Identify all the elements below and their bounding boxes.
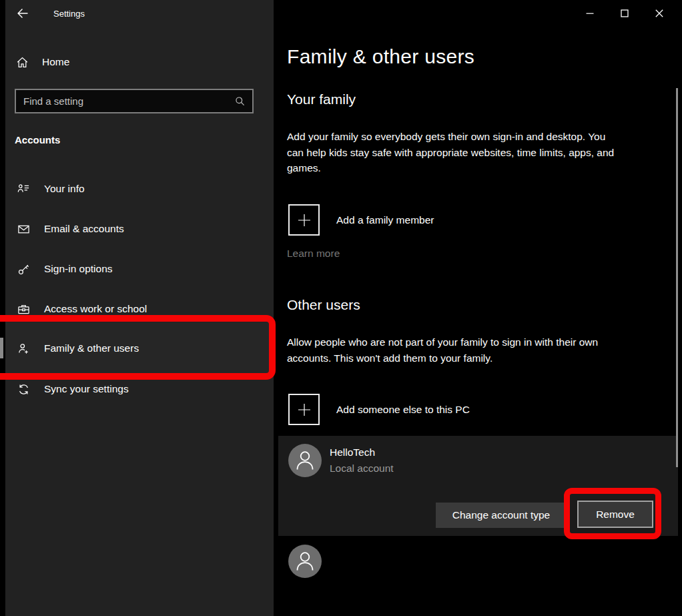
home-label: Home bbox=[42, 56, 69, 68]
add-someone-else-button[interactable]: Add someone else to this PC bbox=[288, 394, 470, 425]
other-users-description: Allow people who are not part of your fa… bbox=[287, 334, 661, 366]
key-icon bbox=[16, 263, 31, 276]
person-icon bbox=[288, 444, 322, 477]
maximize-button[interactable] bbox=[607, 0, 642, 27]
your-family-heading: Your family bbox=[287, 91, 356, 107]
user-account-card[interactable]: HelloTech Local account Change account t… bbox=[278, 436, 678, 536]
sidebar-item-family-other-users[interactable]: Family & other users bbox=[5, 334, 274, 363]
vertical-scrollbar[interactable] bbox=[676, 88, 678, 467]
email-icon bbox=[16, 223, 31, 236]
sidebar-item-sign-in-options[interactable]: Sign-in options bbox=[5, 254, 274, 284]
plus-icon bbox=[288, 204, 320, 236]
minimize-icon bbox=[583, 7, 597, 20]
search-box bbox=[15, 89, 254, 113]
maximize-icon bbox=[618, 7, 631, 20]
user-name: HelloTech bbox=[330, 446, 375, 458]
app-title: Settings bbox=[53, 9, 85, 19]
sidebar-item-label: Email & accounts bbox=[44, 223, 124, 235]
person-icon bbox=[288, 545, 322, 578]
search-input[interactable] bbox=[16, 95, 234, 107]
close-icon bbox=[653, 7, 666, 20]
add-family-member-label: Add a family member bbox=[336, 214, 434, 226]
titlebar: Settings bbox=[15, 5, 85, 21]
sidebar-item-label: Sync your settings bbox=[44, 383, 129, 395]
add-family-member-button[interactable]: Add a family member bbox=[288, 204, 434, 236]
section-header-accounts: Accounts bbox=[15, 134, 60, 145]
window-controls bbox=[573, 0, 677, 27]
sidebar-item-your-info[interactable]: Your info bbox=[5, 174, 274, 204]
sidebar-item-label: Access work or school bbox=[44, 303, 147, 315]
briefcase-icon bbox=[16, 303, 31, 316]
sidebar-item-home[interactable]: Home bbox=[16, 51, 69, 73]
plus-icon bbox=[288, 394, 320, 425]
contact-card-icon bbox=[16, 183, 31, 196]
main-content: Family & other users Your family Add you… bbox=[274, 0, 682, 616]
home-icon bbox=[16, 56, 29, 69]
sidebar-item-sync-settings[interactable]: Sync your settings bbox=[5, 374, 274, 404]
learn-more-link[interactable]: Learn more bbox=[287, 248, 340, 260]
your-family-description: Add your family so everybody gets their … bbox=[287, 129, 661, 176]
sidebar: Settings Home Accounts bbox=[5, 0, 274, 616]
user-account-type: Local account bbox=[330, 463, 394, 475]
back-button[interactable] bbox=[15, 5, 31, 21]
sidebar-item-label: Family & other users bbox=[44, 342, 139, 354]
search-icon[interactable] bbox=[234, 95, 252, 107]
person-add-icon bbox=[16, 342, 31, 355]
other-users-heading: Other users bbox=[287, 297, 360, 313]
change-account-type-button[interactable]: Change account type bbox=[436, 503, 567, 528]
window-edge bbox=[0, 0, 5, 616]
settings-window: Settings Home Accounts bbox=[0, 0, 682, 616]
minimize-button[interactable] bbox=[573, 0, 607, 27]
sidebar-item-label: Sign-in options bbox=[44, 263, 113, 275]
second-user-avatar[interactable] bbox=[288, 545, 322, 578]
back-arrow-icon bbox=[16, 7, 29, 20]
sync-icon bbox=[16, 383, 31, 396]
page-title: Family & other users bbox=[287, 45, 474, 68]
sidebar-item-email-accounts[interactable]: Email & accounts bbox=[5, 214, 274, 244]
remove-button[interactable]: Remove bbox=[577, 501, 653, 528]
sidebar-item-access-work-school[interactable]: Access work or school bbox=[5, 294, 274, 324]
add-someone-else-label: Add someone else to this PC bbox=[336, 404, 470, 416]
sidebar-item-label: Your info bbox=[44, 183, 85, 195]
selected-item-indicator bbox=[0, 338, 3, 358]
user-avatar bbox=[288, 444, 322, 477]
close-button[interactable] bbox=[642, 0, 677, 27]
